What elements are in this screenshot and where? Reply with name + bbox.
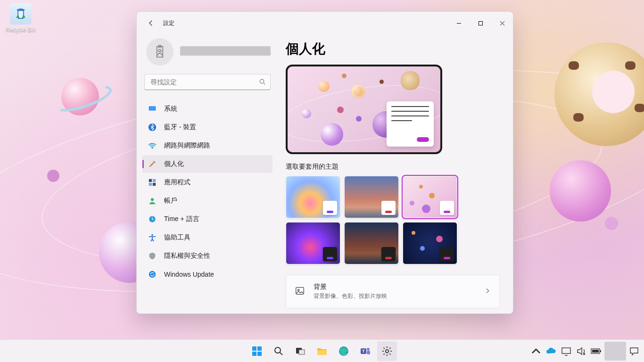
page-title: 個人化 (286, 40, 500, 58)
nav-item-bluetooth[interactable]: 藍牙 - 裝置 (142, 118, 272, 136)
tray-overflow[interactable] (529, 342, 543, 361)
taskbar-search[interactable] (269, 341, 289, 361)
theme-option-2[interactable] (344, 176, 399, 218)
svg-point-2 (260, 79, 264, 83)
nav-label: Time + 語言 (164, 215, 199, 223)
file-explorer[interactable] (312, 341, 332, 361)
minimize-button[interactable] (448, 16, 470, 31)
nav-item-privacy[interactable]: 隱私權與安全性 (142, 247, 272, 265)
nav-item-accounts[interactable]: 帳戶 (142, 192, 272, 210)
update-icon (148, 270, 157, 279)
tray-onedrive[interactable] (544, 342, 558, 361)
chevron-up-icon (530, 346, 542, 357)
maximize-icon (478, 21, 483, 26)
tray-language[interactable] (604, 342, 626, 361)
window-title: 設定 (163, 19, 174, 27)
theme-option-6[interactable] (403, 222, 457, 264)
theme-option-3[interactable] (403, 176, 457, 218)
chat-icon (628, 346, 640, 357)
svg-point-22 (275, 347, 281, 353)
chevron-right-icon (484, 288, 491, 296)
nav-label: 系統 (164, 105, 177, 113)
nav-label: 隱私權與安全性 (164, 252, 210, 260)
nav-label: 藍牙 - 裝置 (164, 123, 196, 132)
wallpaper-planet (47, 170, 59, 182)
content-area: 個人化 (278, 34, 513, 313)
account-header[interactable] (140, 34, 275, 74)
desktop-preview[interactable] (286, 65, 442, 154)
nav-label: 個人化 (164, 160, 184, 168)
svg-rect-31 (562, 348, 570, 354)
desktop: Recycle Bin 設定 (0, 0, 644, 362)
svg-rect-8 (153, 179, 156, 182)
back-button[interactable] (141, 14, 160, 33)
search-icon (259, 78, 266, 87)
person-icon (148, 197, 157, 205)
wallpaper-planet (550, 160, 611, 222)
monitor-icon (561, 346, 572, 357)
svg-point-15 (149, 271, 156, 278)
svg-point-17 (298, 289, 299, 290)
svg-rect-18 (252, 346, 256, 351)
teams[interactable]: T (355, 341, 375, 361)
svg-rect-24 (299, 350, 305, 354)
wallpaper-planet (61, 78, 99, 115)
tray-battery[interactable] (589, 342, 603, 361)
battery-icon (591, 346, 602, 357)
svg-rect-7 (149, 179, 152, 182)
theme-option-5[interactable] (344, 222, 399, 264)
clock-globe-icon (148, 215, 157, 223)
nav-label: 協助工具 (164, 233, 190, 242)
nav-item-accessibility[interactable]: 協助工具 (142, 229, 272, 247)
settings-app[interactable] (377, 341, 397, 361)
paintbrush-icon (148, 160, 157, 168)
svg-point-6 (152, 148, 153, 148)
cloud-icon (545, 346, 557, 357)
sidebar: 系統 藍牙 - 裝置 網路與網際網路 個人化 (137, 34, 278, 313)
setting-row-background[interactable]: 背景 背景影像、色彩、投影片放映 (286, 275, 500, 308)
svg-rect-33 (600, 350, 601, 352)
image-icon (295, 286, 305, 298)
settings-window: 設定 (136, 11, 513, 314)
nav-item-network[interactable]: 網路與網際網路 (142, 137, 272, 155)
start-button[interactable] (247, 341, 267, 361)
nav-item-time-language[interactable]: Time + 語言 (142, 210, 272, 228)
nav-item-system[interactable]: 系統 (142, 100, 272, 118)
teams-icon: T (360, 346, 371, 357)
system-tray (529, 342, 641, 361)
theme-section-label: 選取要套用的主題 (286, 163, 500, 171)
nav-list: 系統 藍牙 - 裝置 網路與網際網路 個人化 (140, 97, 275, 287)
folder-icon (316, 346, 328, 357)
nav-label: 應用程式 (164, 178, 190, 187)
svg-rect-9 (149, 183, 152, 186)
tray-volume[interactable] (574, 342, 588, 361)
nav-item-windows-update[interactable]: Windows Update (142, 265, 272, 283)
close-icon (500, 21, 505, 26)
svg-rect-19 (257, 346, 262, 351)
search-icon (273, 346, 284, 357)
svg-text:T: T (362, 349, 365, 354)
theme-option-1[interactable] (286, 176, 340, 218)
nav-item-apps[interactable]: 應用程式 (142, 173, 272, 191)
display-icon (148, 105, 157, 113)
svg-point-30 (386, 349, 388, 352)
titlebar: 設定 (137, 12, 513, 34)
taskbar: T (0, 339, 644, 362)
search-input[interactable] (144, 74, 271, 90)
task-view[interactable] (290, 341, 310, 361)
theme-option-4[interactable] (286, 222, 340, 264)
speaker-icon (576, 346, 587, 357)
tray-notifications[interactable] (627, 342, 641, 361)
nav-label: Windows Update (164, 271, 214, 278)
close-button[interactable] (491, 16, 513, 31)
preview-window-thumb (387, 101, 434, 147)
maximize-button[interactable] (470, 16, 491, 31)
recycle-bin[interactable]: Recycle Bin (3, 3, 39, 33)
apps-icon (148, 178, 157, 187)
svg-rect-16 (296, 287, 304, 294)
nav-item-personalization[interactable]: 個人化 (142, 155, 272, 173)
svg-point-28 (367, 348, 370, 351)
svg-rect-29 (367, 351, 370, 354)
tray-network[interactable] (559, 342, 573, 361)
edge-browser[interactable] (334, 341, 354, 361)
